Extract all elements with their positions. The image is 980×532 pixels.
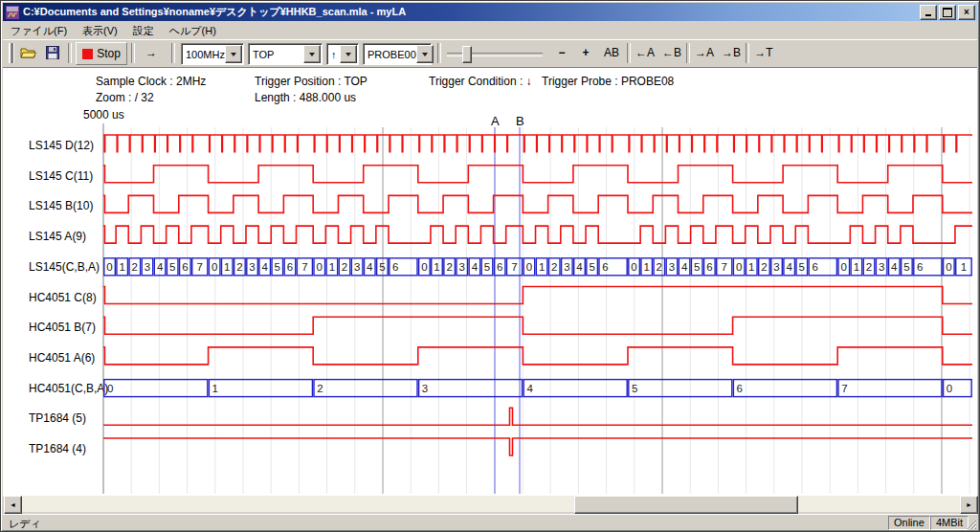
menu-bar: ファイル(F) 表示(V) 設定 ヘルプ(H) <box>3 22 977 39</box>
zoom-slider-groove <box>447 53 543 56</box>
trigger-position-dropdown-button[interactable] <box>303 45 321 63</box>
toolbar-separator <box>131 43 135 63</box>
scrollbar-thumb[interactable] <box>574 496 798 514</box>
channel-label: HC4051(C,B,A) <box>29 382 103 396</box>
trigger-condition-info: Trigger Condition : ↓ <box>429 75 532 88</box>
status-bar: レディ Online 4MBit <box>3 514 977 530</box>
scroll-right-button[interactable]: ► <box>960 496 978 514</box>
toolbar: Stop → 100MHz TOP ↑ PROBE00 − + AB ←A ←B… <box>3 39 977 68</box>
forward-marker-a-button[interactable]: →A <box>692 42 717 63</box>
goto-marker-b-button[interactable]: ←B <box>659 42 684 63</box>
forward-marker-b-button[interactable]: →B <box>719 42 744 63</box>
chevron-down-icon <box>345 53 351 56</box>
stop-label: Stop <box>97 47 121 60</box>
toolbar-separator <box>68 43 72 63</box>
trigger-probe-value: PROBE00 <box>364 49 416 60</box>
channel-label: TP1684 (4) <box>29 442 103 456</box>
trigger-position-select[interactable]: TOP <box>248 43 323 65</box>
zoom-out-button[interactable]: − <box>550 42 573 63</box>
maximize-button[interactable] <box>939 5 956 20</box>
minimize-button[interactable] <box>920 5 937 20</box>
app-icon <box>6 6 19 19</box>
minimize-icon <box>925 14 931 16</box>
zoom-slider-thumb[interactable] <box>462 46 472 63</box>
trigger-edge-dropdown-button[interactable] <box>340 45 357 63</box>
clock-select-value: 100MHz <box>182 49 225 60</box>
waveform-client-area <box>3 67 977 497</box>
menu-file[interactable]: ファイル(F) <box>3 22 75 40</box>
status-memory-badge: 4MBit <box>930 516 969 530</box>
window-title: C:¥Documents and Settings¥noname¥デスクトップ¥… <box>23 5 920 19</box>
trigger-probe-select[interactable]: PROBE00 <box>363 43 432 65</box>
channel-label: HC4051 C(8) <box>29 291 103 305</box>
toolbar-separator <box>746 43 749 63</box>
stop-button[interactable]: Stop <box>76 42 127 65</box>
save-button[interactable] <box>41 42 64 63</box>
channel-label: LS145 A(9) <box>29 230 103 244</box>
status-ready-text: レディ <box>9 517 41 531</box>
trigger-position-value: TOP <box>249 49 303 60</box>
goto-marker-a-button[interactable]: ←A <box>633 42 657 63</box>
menu-help[interactable]: ヘルプ(H) <box>162 22 224 40</box>
chevron-down-icon <box>309 53 315 56</box>
sample-clock-info: Sample Clock : 2MHz <box>96 75 206 88</box>
trigger-position-info: Trigger Position : TOP <box>255 75 368 88</box>
chevron-down-icon <box>231 53 236 56</box>
mylа-window: { "window": { "title": "C:¥Documents and… <box>0 0 980 532</box>
ab-button[interactable]: AB <box>599 42 624 63</box>
channel-label: LS145 B(10) <box>29 199 103 213</box>
close-button[interactable]: × <box>958 5 975 20</box>
floppy-icon <box>46 46 59 59</box>
trigger-edge-value: ↑ <box>327 49 340 60</box>
channel-label: HC4051 B(7) <box>29 321 103 335</box>
goto-trigger-button[interactable]: →T <box>751 42 776 63</box>
open-button[interactable] <box>16 42 39 63</box>
clock-select[interactable]: 100MHz <box>181 43 244 65</box>
toolbar-separator <box>171 43 175 63</box>
toolbar-separator <box>686 43 690 63</box>
toolbar-separator <box>627 43 631 63</box>
maximize-icon <box>943 8 952 17</box>
channel-label: HC4051 A(6) <box>29 351 103 366</box>
toolbar-separator <box>437 43 441 63</box>
menu-view[interactable]: 表示(V) <box>75 22 125 40</box>
run-button[interactable]: → <box>137 42 166 63</box>
channel-label: TP1684 (5) <box>29 411 103 426</box>
zoom-info: Zoom : / 32 <box>96 91 154 104</box>
channel-label: LS145 D(12) <box>29 139 103 153</box>
stop-icon <box>82 49 93 59</box>
time-per-div-label: 5000 us <box>83 108 124 122</box>
status-online-badge: Online <box>888 516 930 530</box>
title-bar: C:¥Documents and Settings¥noname¥デスクトップ¥… <box>3 3 977 21</box>
trigger-probe-info: Trigger Probe : PROBE08 <box>542 75 674 88</box>
clock-select-dropdown-button[interactable] <box>225 45 242 63</box>
horizontal-scrollbar[interactable]: ◄ ► <box>4 496 976 512</box>
chevron-down-icon <box>422 53 428 56</box>
channel-label: LS145(C,B,A) <box>29 260 103 275</box>
channel-label: LS145 C(11) <box>29 169 103 184</box>
length-info: Length : 488.000 us <box>255 91 356 104</box>
trigger-edge-select[interactable]: ↑ <box>326 43 359 65</box>
resize-grip[interactable] <box>965 518 976 529</box>
open-folder-icon <box>20 46 36 59</box>
scroll-left-button[interactable]: ◄ <box>4 496 22 514</box>
zoom-in-button[interactable]: + <box>574 42 597 63</box>
trigger-probe-dropdown-button[interactable] <box>416 45 434 63</box>
menu-settings[interactable]: 設定 <box>125 22 162 40</box>
zoom-slider[interactable] <box>447 44 543 63</box>
toolbar-grip <box>9 43 13 63</box>
